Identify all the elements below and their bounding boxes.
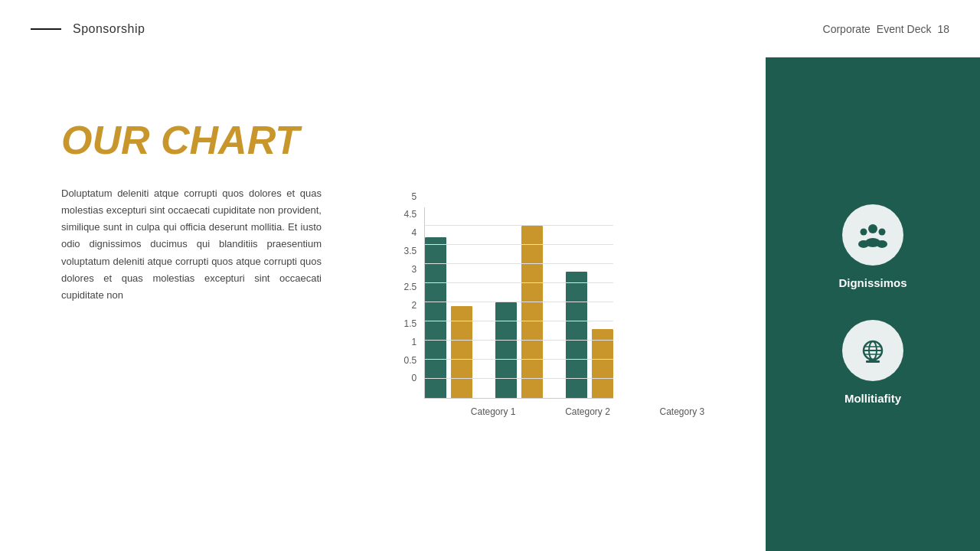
mollitiafity-icon bbox=[856, 334, 890, 367]
sidebar-item-dignissimos: Dignissimos bbox=[838, 204, 906, 289]
y-label-5: 5 bbox=[412, 192, 417, 201]
svg-rect-13 bbox=[869, 359, 877, 360]
y-label-25: 2.5 bbox=[404, 282, 417, 292]
header: Sponsorship Corporate Event Deck 18 bbox=[0, 0, 980, 57]
grid-15 bbox=[425, 340, 613, 341]
y-label-35: 3.5 bbox=[404, 246, 417, 256]
x-labels: Category 1 Category 2 Category 3 bbox=[446, 406, 730, 417]
dignissimos-icon-circle bbox=[842, 204, 903, 266]
x-label-cat1: Category 1 bbox=[446, 406, 541, 417]
grid-45 bbox=[425, 225, 613, 226]
y-label-4: 4 bbox=[412, 228, 417, 237]
chart-section: 5 4.5 4 3.5 3 2.5 2 1.5 1 0.5 0 bbox=[352, 57, 766, 551]
svg-point-0 bbox=[868, 224, 877, 233]
dignissimos-icon bbox=[856, 218, 890, 252]
chart-heading: OUR CHART bbox=[61, 119, 322, 162]
right-sidebar: Dignissimos Mollitiafity bbox=[766, 57, 980, 551]
grid-lines bbox=[425, 207, 613, 398]
sidebar-label-dignissimos: Dignissimos bbox=[838, 276, 906, 289]
left-section: OUR CHART Doluptatum deleniti atque corr… bbox=[0, 57, 352, 551]
y-label-2: 2 bbox=[412, 301, 417, 310]
svg-point-2 bbox=[879, 228, 886, 235]
y-label-0: 0 bbox=[412, 373, 417, 383]
svg-point-5 bbox=[877, 240, 887, 248]
header-subtitle1: Corporate bbox=[823, 23, 871, 35]
x-label-cat3: Category 3 bbox=[635, 406, 729, 417]
svg-point-4 bbox=[858, 240, 869, 248]
header-title: Sponsorship bbox=[73, 22, 145, 36]
header-page-number: 18 bbox=[937, 23, 949, 35]
x-label-cat2: Category 2 bbox=[541, 406, 635, 417]
grid-05 bbox=[425, 378, 613, 379]
header-right: Corporate Event Deck 18 bbox=[823, 23, 949, 35]
y-label-05: 0.5 bbox=[404, 356, 417, 365]
sidebar-label-mollitiafity: Mollitiafity bbox=[844, 392, 901, 405]
grid-1 bbox=[425, 359, 613, 360]
svg-rect-12 bbox=[866, 360, 880, 363]
grid-3 bbox=[425, 282, 613, 283]
header-line bbox=[31, 28, 61, 30]
grid-35 bbox=[425, 263, 613, 264]
header-subtitle2: Event Deck bbox=[877, 23, 932, 35]
y-axis: 5 4.5 4 3.5 3 2.5 2 1.5 1 0.5 0 bbox=[404, 192, 425, 383]
y-label-1: 1 bbox=[412, 337, 417, 347]
y-label-15: 1.5 bbox=[404, 319, 417, 328]
y-label-3: 3 bbox=[412, 265, 417, 274]
grid-2 bbox=[425, 321, 613, 321]
svg-point-1 bbox=[861, 228, 867, 235]
sidebar-item-mollitiafity: Mollitiafity bbox=[842, 320, 903, 405]
grid-4 bbox=[425, 244, 613, 245]
grid-25 bbox=[425, 302, 613, 302]
y-label-45: 4.5 bbox=[404, 210, 417, 219]
bars-area bbox=[424, 207, 613, 399]
mollitiafity-icon-circle bbox=[842, 320, 903, 381]
chart-body-text: Doluptatum deleniti atque corrupti quos … bbox=[61, 185, 322, 304]
main-content: OUR CHART Doluptatum deleniti atque corr… bbox=[0, 57, 980, 551]
